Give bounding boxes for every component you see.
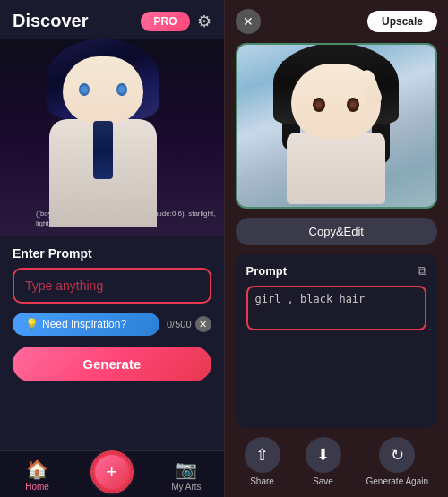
nav-add[interactable]: + xyxy=(74,457,149,493)
prompt-box: Prompt ⧉ xyxy=(236,254,438,428)
add-button[interactable]: + xyxy=(92,452,132,492)
girl-eye-right xyxy=(347,98,359,112)
prompt-input-container xyxy=(13,268,211,304)
generate-again-action[interactable]: ↻ Generate Again xyxy=(366,437,429,486)
prompt-textarea[interactable] xyxy=(246,286,427,330)
generate-again-label: Generate Again xyxy=(366,476,429,486)
save-circle: ⬇ xyxy=(306,437,341,473)
right-panel: ✕ Upscale Copy&Edit Prompt ⧉ xyxy=(225,0,449,497)
upscale-button[interactable]: Upscale xyxy=(367,11,437,32)
generate-again-circle: ↻ xyxy=(379,437,415,473)
nav-home[interactable]: 🏠 Home xyxy=(0,457,74,493)
save-icon: ⬇ xyxy=(316,445,330,465)
prompt-box-header: Prompt ⧉ xyxy=(246,263,427,278)
header-right: PRO ⚙ xyxy=(141,12,211,31)
hero-image-area: ([boy]), best quality, intricate details… xyxy=(0,39,224,236)
camera-icon: 📷 xyxy=(175,458,197,480)
char-count: 0/500 ✕ xyxy=(167,316,211,332)
home-icon: 🏠 xyxy=(26,458,48,480)
inspiration-row: 💡 Need Inspiration? 0/500 ✕ xyxy=(13,313,211,336)
bottom-nav: 🏠 Home + 📷 My Arts xyxy=(0,450,224,497)
anime-girl-illustration xyxy=(278,47,394,204)
action-row: ⇧ Share ⬇ Save ↻ Generate Again xyxy=(225,428,449,497)
save-label: Save xyxy=(313,476,333,486)
result-image xyxy=(236,43,438,209)
girl-body xyxy=(287,133,385,204)
char-eye-right xyxy=(116,83,127,96)
inspiration-button[interactable]: 💡 Need Inspiration? xyxy=(13,313,159,336)
pro-button[interactable]: PRO xyxy=(141,12,189,31)
share-label: Share xyxy=(250,476,274,486)
right-header: ✕ Upscale xyxy=(225,0,449,43)
prompt-label: Enter Prompt xyxy=(13,246,211,261)
lightbulb-icon: 💡 xyxy=(25,318,39,330)
char-face xyxy=(63,56,143,124)
save-action[interactable]: ⬇ Save xyxy=(306,437,341,486)
prompt-input[interactable] xyxy=(13,268,211,304)
close-button[interactable]: ✕ xyxy=(236,9,261,34)
refresh-icon: ↻ xyxy=(391,445,404,465)
anime-character xyxy=(54,47,170,227)
nav-my-arts[interactable]: 📷 My Arts xyxy=(149,457,223,493)
char-eye-left xyxy=(79,83,90,96)
prompt-section: Enter Prompt 💡 Need Inspiration? 0/500 ✕… xyxy=(0,236,224,450)
girl-eye-left xyxy=(313,98,325,112)
left-header: Discover PRO ⚙ xyxy=(0,0,224,39)
gear-icon[interactable]: ⚙ xyxy=(197,12,211,31)
copy-icon-button[interactable]: ⧉ xyxy=(418,263,426,278)
prompt-box-label: Prompt xyxy=(246,264,288,278)
clear-button[interactable]: ✕ xyxy=(195,316,211,332)
copy-edit-button[interactable]: Copy&Edit xyxy=(236,218,438,245)
discover-title: Discover xyxy=(13,11,89,31)
char-tie xyxy=(93,121,113,179)
generate-button[interactable]: Generate xyxy=(13,347,211,381)
hero-background xyxy=(0,39,224,236)
share-circle: ⇧ xyxy=(245,437,280,473)
left-panel: Discover PRO ⚙ ([boy]), best quality, in… xyxy=(0,0,224,497)
share-icon: ⇧ xyxy=(255,445,269,465)
plus-icon: + xyxy=(106,462,117,482)
share-action[interactable]: ⇧ Share xyxy=(245,437,280,486)
